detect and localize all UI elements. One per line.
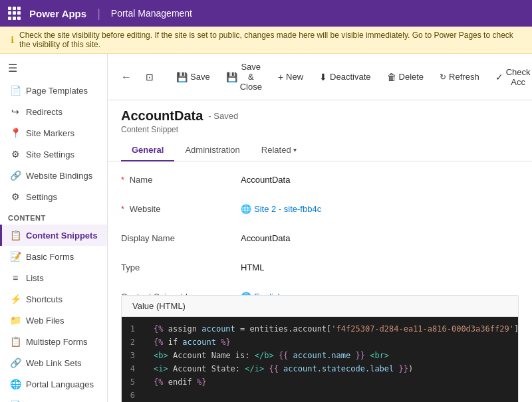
- basic-forms-icon: 📝: [10, 251, 21, 262]
- line-num-2: 2: [130, 336, 135, 349]
- shortcuts-icon: ⚡: [10, 294, 21, 304]
- line-num-6: 6: [130, 389, 135, 402]
- restore-icon: ⊡: [146, 72, 154, 82]
- field-label-name: * Name: [121, 172, 241, 185]
- app-logo: Power Apps: [29, 8, 86, 19]
- line-num-3: 3: [130, 349, 135, 362]
- sidebar-label-settings: Settings: [26, 192, 57, 202]
- command-bar: ← ⊡ 💾 Save 💾 Save & Close + New ⬇ Deacti…: [108, 54, 532, 100]
- refresh-button[interactable]: ↻ Refresh: [432, 68, 487, 86]
- sidebar-label-page-templates: Page Templates: [26, 86, 88, 96]
- sidebar-item-shortcuts[interactable]: ⚡ Shortcuts: [0, 288, 107, 310]
- top-bar: Power Apps | Portal Management: [0, 0, 532, 27]
- tab-administration[interactable]: Administration: [174, 140, 250, 161]
- tab-related[interactable]: Related ▾: [251, 140, 307, 161]
- deactivate-label: Deactivate: [330, 72, 370, 82]
- required-star-name: *: [121, 175, 124, 185]
- sidebar-item-page-templates[interactable]: 📄 Page Templates: [0, 80, 107, 101]
- field-label-website: * Website: [121, 201, 241, 214]
- refresh-icon: ↻: [440, 72, 446, 82]
- warning-icon: ℹ: [11, 35, 14, 45]
- sidebar-item-web-link-sets[interactable]: 🔗 Web Link Sets: [0, 352, 107, 373]
- sidebar-item-web-files[interactable]: 📁 Web Files: [0, 310, 107, 331]
- main-panel: ← ⊡ 💾 Save 💾 Save & Close + New ⬇ Deacti…: [108, 54, 532, 402]
- lists-icon: ≡: [10, 272, 21, 283]
- delete-icon: 🗑: [387, 72, 396, 82]
- form-area: * Name AccountData * Website 🌐 Site 2 - …: [108, 161, 532, 295]
- check-acc-label: Check Acc: [506, 67, 531, 87]
- content-section-label: Content: [0, 207, 107, 225]
- record-saved-status: - Saved: [208, 111, 238, 121]
- tabs-bar: General Administration Related ▾: [108, 140, 532, 161]
- code-body: 1 2 3 4 5 6 {% assign account = entities…: [122, 317, 518, 402]
- deactivate-icon: ⬇: [319, 72, 327, 82]
- sidebar-item-site-markers[interactable]: 📍 Site Markers: [0, 122, 107, 144]
- sidebar-item-content-snippets[interactable]: 📋 Content Snippets: [0, 225, 107, 246]
- check-acc-button[interactable]: ✓ Check Acc: [488, 63, 532, 91]
- restore-button[interactable]: ⊡: [138, 68, 161, 86]
- sidebar-item-settings[interactable]: ⚙ Settings: [0, 186, 107, 207]
- portal-languages-icon: 🌐: [10, 379, 21, 389]
- sidebar-label-site-markers: Site Markers: [26, 128, 74, 138]
- warning-text: Check the site visibility before editing…: [19, 31, 521, 49]
- settings-icon: ⚙: [10, 191, 21, 202]
- sidebar-item-redirects[interactable]: ↪ Redirects: [0, 101, 107, 122]
- sidebar: ☰ 📄 Page Templates ↪ Redirects 📍 Site Ma…: [0, 54, 108, 402]
- field-value-name: AccountData: [241, 172, 519, 185]
- sidebar-label-shortcuts: Shortcuts: [26, 294, 63, 304]
- field-value-display-name: AccountData: [241, 231, 519, 243]
- refresh-label: Refresh: [449, 72, 479, 82]
- save-icon: 💾: [176, 72, 188, 82]
- sidebar-item-portal-languages[interactable]: 🌐 Portal Languages: [0, 373, 107, 395]
- warning-bar: ℹ Check the site visibility before editi…: [0, 27, 532, 54]
- field-value-language: 🌐 English: [241, 289, 519, 295]
- save-close-icon: 💾: [226, 72, 237, 82]
- sidebar-label-basic-forms: Basic Forms: [26, 252, 74, 262]
- delete-button[interactable]: 🗑 Delete: [380, 68, 432, 86]
- code-header: Value (HTML): [122, 296, 518, 317]
- layout: ☰ 📄 Page Templates ↪ Redirects 📍 Site Ma…: [0, 54, 532, 402]
- sidebar-label-portal-languages: Portal Languages: [26, 379, 94, 389]
- code-content-area[interactable]: {% assign account = entities.account['f4…: [143, 317, 519, 402]
- record-name: AccountData: [121, 108, 203, 124]
- sidebar-item-website-bindings[interactable]: 🔗 Website Bindings: [0, 165, 107, 186]
- form-row-display-name: Display Name AccountData: [121, 231, 519, 249]
- sidebar-item-site-settings[interactable]: ⚙ Site Settings: [0, 144, 107, 165]
- save-label: Save: [190, 72, 210, 82]
- new-label: New: [286, 72, 303, 82]
- save-close-button[interactable]: 💾 Save & Close: [219, 58, 269, 96]
- form-row-website: * Website 🌐 Site 2 - site-fbb4c: [121, 201, 519, 220]
- new-button[interactable]: + New: [271, 68, 311, 86]
- website-link[interactable]: 🌐 Site 2 - site-fbb4c: [241, 204, 519, 214]
- field-label-type: Type: [121, 260, 241, 272]
- app-grid-icon[interactable]: [8, 7, 21, 20]
- check-acc-icon: ✓: [495, 72, 503, 82]
- back-button[interactable]: ←: [116, 68, 137, 86]
- deactivate-button[interactable]: ⬇ Deactivate: [312, 68, 378, 86]
- tab-general[interactable]: General: [121, 140, 174, 161]
- sidebar-label-content-snippets: Content Snippets: [26, 231, 98, 241]
- tab-related-label: Related: [261, 145, 291, 155]
- sidebar-item-basic-forms[interactable]: 📝 Basic Forms: [0, 246, 107, 267]
- field-value-website: 🌐 Site 2 - site-fbb4c: [241, 201, 519, 214]
- sidebar-label-multistep-forms: Multistep Forms: [26, 337, 87, 347]
- multistep-forms-icon: 📋: [10, 336, 21, 347]
- form-row-name: * Name AccountData: [121, 172, 519, 191]
- sidebar-hamburger[interactable]: ☰: [0, 56, 107, 80]
- sidebar-item-multistep-forms[interactable]: 📋 Multistep Forms: [0, 331, 107, 352]
- web-files-icon: 📁: [10, 315, 21, 326]
- sidebar-item-lists[interactable]: ≡ Lists: [0, 267, 107, 288]
- form-row-type: Type HTML: [121, 260, 519, 278]
- tab-administration-label: Administration: [185, 145, 239, 155]
- tab-general-label: General: [132, 145, 164, 155]
- code-section: Value (HTML) 1 2 3 4 5 6 {% assign accou…: [121, 295, 519, 402]
- line-num-5: 5: [130, 375, 135, 389]
- line-numbers: 1 2 3 4 5 6: [122, 317, 143, 402]
- save-button[interactable]: 💾 Save: [169, 68, 217, 86]
- globe-icon: 🌐: [241, 204, 251, 214]
- line-num-1: 1: [130, 322, 135, 336]
- sidebar-label-website-bindings: Website Bindings: [26, 171, 92, 181]
- field-label-language: Content Snippet Language: [121, 289, 241, 295]
- sidebar-label-web-link-sets: Web Link Sets: [26, 358, 82, 368]
- sidebar-item-web-pages[interactable]: 📄 Web Pages: [0, 395, 107, 402]
